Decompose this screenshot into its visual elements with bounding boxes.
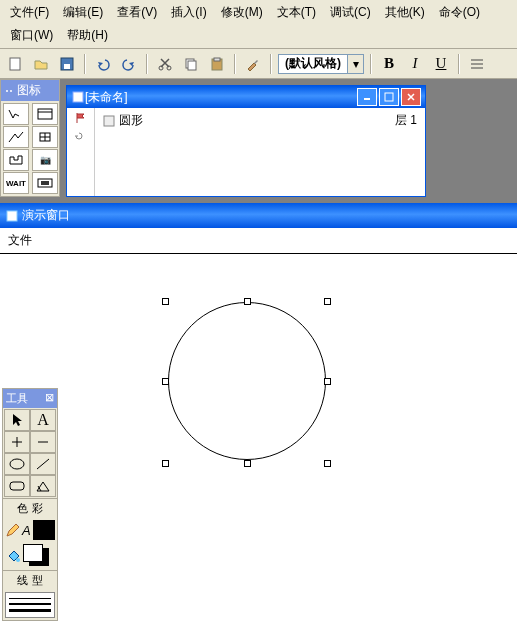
- icon-tool-3[interactable]: [3, 126, 29, 148]
- color-section-label: 色 彩: [3, 498, 57, 518]
- ellipse-tool[interactable]: [4, 453, 30, 475]
- tools-close-icon[interactable]: ⊠: [45, 391, 54, 406]
- icon-tool-4[interactable]: [32, 126, 58, 148]
- line-tool[interactable]: [30, 453, 56, 475]
- maximize-button[interactable]: [379, 88, 399, 106]
- polygon-tool[interactable]: [30, 475, 56, 497]
- menu-edit[interactable]: 编辑(E): [57, 2, 109, 23]
- circle-shape[interactable]: [168, 302, 326, 460]
- icon-tool-2[interactable]: [32, 103, 58, 125]
- arrow-tool[interactable]: [4, 409, 30, 431]
- icon-tool-5[interactable]: [3, 149, 29, 171]
- menu-other[interactable]: 其他(K): [379, 2, 431, 23]
- svg-rect-17: [104, 116, 114, 126]
- outline-pane: [67, 108, 95, 196]
- handle-w[interactable]: [162, 378, 169, 385]
- svg-point-19: [10, 459, 24, 469]
- line-width-selector[interactable]: [5, 592, 55, 618]
- icon-tool-7[interactable]: WAIT: [3, 172, 29, 194]
- menu-window[interactable]: 窗口(W): [4, 25, 59, 46]
- canvas[interactable]: [0, 254, 517, 644]
- tools-panel: 工具 ⊠ A 色 彩 A 线 型: [2, 388, 58, 621]
- menu-file[interactable]: 文件(F): [4, 2, 55, 23]
- icon-grid: 📷 WAIT: [1, 101, 59, 196]
- svg-rect-14: [41, 181, 49, 185]
- align-icon[interactable]: [466, 53, 488, 75]
- main-toolbar: (默认风格) ▾ B I U: [0, 49, 517, 79]
- svg-point-21: [16, 558, 20, 562]
- fill-swatch-front[interactable]: [23, 544, 43, 562]
- new-icon[interactable]: [4, 53, 26, 75]
- bold-button[interactable]: B: [378, 53, 400, 75]
- svg-rect-20: [10, 482, 24, 490]
- menu-text[interactable]: 文本(T): [271, 2, 322, 23]
- workspace: 图标 📷 WAIT [未命名]: [0, 79, 517, 203]
- menu-modify[interactable]: 修改(M): [215, 2, 269, 23]
- handle-se[interactable]: [324, 460, 331, 467]
- svg-rect-11: [38, 109, 52, 119]
- roundrect-tool[interactable]: [4, 475, 30, 497]
- hand-icon[interactable]: [74, 130, 88, 142]
- dropdown-arrow-icon[interactable]: ▾: [347, 55, 363, 73]
- handle-sw[interactable]: [162, 460, 169, 467]
- separator: [370, 54, 372, 74]
- icon-tool-8[interactable]: [32, 172, 58, 194]
- outline-item[interactable]: 圆形: [119, 112, 143, 129]
- style-combo-label: (默认风格): [279, 55, 347, 72]
- tools-grid: A: [3, 408, 57, 498]
- menu-view[interactable]: 查看(V): [111, 2, 163, 23]
- text-tool[interactable]: A: [30, 409, 56, 431]
- doc-title-text: [未命名]: [85, 89, 355, 106]
- handle-s[interactable]: [244, 460, 251, 467]
- handle-e[interactable]: [324, 378, 331, 385]
- stroke-color-row: A: [3, 518, 57, 542]
- minimize-button[interactable]: [357, 88, 377, 106]
- icon-panel-title: 图标: [1, 80, 59, 101]
- doc-body: 圆形 层 1: [67, 108, 425, 196]
- presentation-titlebar: 演示窗口: [0, 203, 517, 228]
- stroke-swatch[interactable]: [33, 520, 55, 540]
- open-icon[interactable]: [30, 53, 52, 75]
- paste-icon[interactable]: [206, 53, 228, 75]
- handle-ne[interactable]: [324, 298, 331, 305]
- redo-icon[interactable]: [118, 53, 140, 75]
- doc-titlebar[interactable]: [未命名]: [67, 86, 425, 108]
- menu-insert[interactable]: 插入(I): [165, 2, 212, 23]
- icon-tool-6[interactable]: 📷: [32, 149, 58, 171]
- line-med: [9, 603, 51, 605]
- style-combo[interactable]: (默认风格) ▾: [278, 54, 364, 74]
- icon-tool-1[interactable]: [3, 103, 29, 125]
- underline-button[interactable]: U: [430, 53, 452, 75]
- layer-label: 层 1: [395, 112, 417, 129]
- line-thin: [9, 598, 51, 599]
- menu-command[interactable]: 命令(O): [433, 2, 486, 23]
- svg-rect-6: [188, 61, 196, 70]
- svg-point-9: [6, 90, 8, 92]
- undo-icon[interactable]: [92, 53, 114, 75]
- fill-color-row: [3, 542, 57, 570]
- separator: [458, 54, 460, 74]
- menu-help[interactable]: 帮助(H): [61, 25, 114, 46]
- italic-button[interactable]: I: [404, 53, 426, 75]
- pencil-icon[interactable]: [5, 522, 20, 538]
- handle-nw[interactable]: [162, 298, 169, 305]
- cut-icon[interactable]: [154, 53, 176, 75]
- icon-panel-label: 图标: [17, 82, 41, 99]
- svg-rect-18: [7, 211, 17, 221]
- brush-icon[interactable]: [242, 53, 264, 75]
- menu-debug[interactable]: 调试(C): [324, 2, 377, 23]
- bucket-icon[interactable]: [5, 548, 21, 564]
- plus-tool[interactable]: [4, 431, 30, 453]
- presentation-menu: 文件: [0, 228, 517, 254]
- flag-icon[interactable]: [75, 112, 87, 124]
- separator: [234, 54, 236, 74]
- outline-content: 圆形: [95, 108, 151, 196]
- svg-rect-0: [10, 58, 20, 70]
- line-section-label: 线 型: [3, 570, 57, 590]
- copy-icon[interactable]: [180, 53, 202, 75]
- minus-tool[interactable]: [30, 431, 56, 453]
- handle-n[interactable]: [244, 298, 251, 305]
- save-icon[interactable]: [56, 53, 78, 75]
- presentation-file-menu[interactable]: 文件: [8, 233, 32, 247]
- close-button[interactable]: [401, 88, 421, 106]
